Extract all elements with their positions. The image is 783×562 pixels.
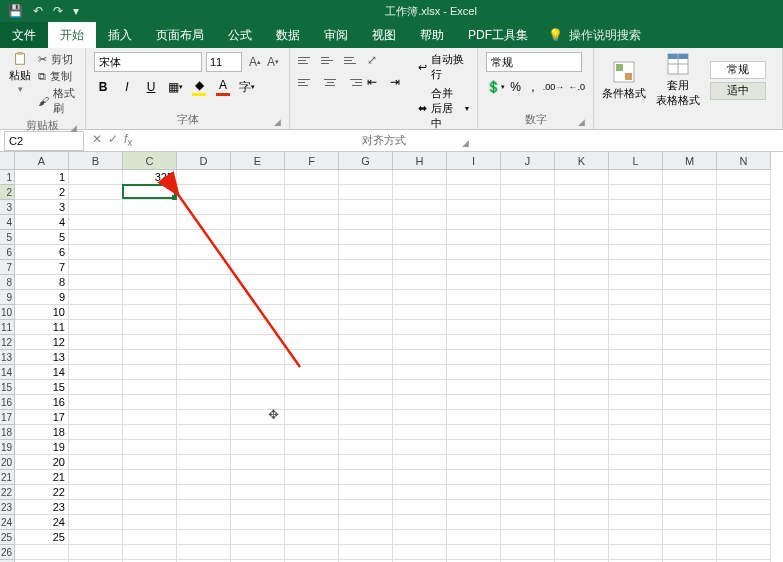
cell[interactable] xyxy=(393,185,447,200)
cell[interactable] xyxy=(177,215,231,230)
cell[interactable] xyxy=(177,290,231,305)
cell[interactable] xyxy=(501,305,555,320)
cell[interactable] xyxy=(393,485,447,500)
cell[interactable] xyxy=(717,350,771,365)
cell[interactable] xyxy=(123,275,177,290)
cell[interactable] xyxy=(609,200,663,215)
cell[interactable] xyxy=(285,260,339,275)
cell[interactable] xyxy=(285,380,339,395)
wrap-text-button[interactable]: ↩自动换行 xyxy=(418,52,469,82)
cell[interactable] xyxy=(717,245,771,260)
cell[interactable] xyxy=(231,200,285,215)
cell[interactable] xyxy=(447,440,501,455)
cell[interactable] xyxy=(663,440,717,455)
cell[interactable] xyxy=(717,215,771,230)
decrease-indent-button[interactable]: ⇤ xyxy=(367,74,385,90)
cell[interactable] xyxy=(555,410,609,425)
cell[interactable] xyxy=(231,335,285,350)
cell[interactable] xyxy=(717,185,771,200)
accounting-format-button[interactable]: 💲▾ xyxy=(486,78,504,96)
row-header[interactable]: 15 xyxy=(0,380,15,395)
cell[interactable] xyxy=(501,170,555,185)
cell[interactable] xyxy=(69,230,123,245)
cell[interactable] xyxy=(231,455,285,470)
cell[interactable] xyxy=(339,500,393,515)
cell[interactable] xyxy=(177,275,231,290)
cell[interactable] xyxy=(177,485,231,500)
cell[interactable] xyxy=(123,305,177,320)
cell[interactable] xyxy=(393,305,447,320)
column-header[interactable]: G xyxy=(339,152,393,170)
cell[interactable] xyxy=(501,455,555,470)
cell[interactable] xyxy=(339,260,393,275)
cell[interactable] xyxy=(339,350,393,365)
cell[interactable] xyxy=(609,350,663,365)
row-header[interactable]: 18 xyxy=(0,425,15,440)
align-right-button[interactable] xyxy=(344,74,362,90)
cell[interactable] xyxy=(285,500,339,515)
cell[interactable] xyxy=(123,215,177,230)
cell[interactable] xyxy=(123,410,177,425)
cell[interactable] xyxy=(663,515,717,530)
cell[interactable] xyxy=(339,185,393,200)
cell[interactable] xyxy=(231,170,285,185)
cell[interactable] xyxy=(717,485,771,500)
cell[interactable] xyxy=(177,320,231,335)
cell[interactable]: 3 xyxy=(15,200,69,215)
cell[interactable] xyxy=(393,230,447,245)
increase-indent-button[interactable]: ⇥ xyxy=(390,74,408,90)
cell[interactable]: 5 xyxy=(15,230,69,245)
cell[interactable] xyxy=(663,455,717,470)
row-header[interactable]: 26 xyxy=(0,545,15,560)
cell[interactable] xyxy=(501,290,555,305)
fill-color-button[interactable]: ◆ xyxy=(190,78,208,96)
cell[interactable] xyxy=(555,185,609,200)
cell[interactable] xyxy=(555,500,609,515)
cell[interactable]: 24 xyxy=(15,515,69,530)
cell[interactable] xyxy=(177,200,231,215)
cell[interactable] xyxy=(447,545,501,560)
column-header[interactable]: C xyxy=(123,152,177,170)
cell[interactable] xyxy=(69,455,123,470)
cell[interactable] xyxy=(447,230,501,245)
cell[interactable] xyxy=(663,485,717,500)
cell[interactable] xyxy=(231,305,285,320)
cell[interactable] xyxy=(285,440,339,455)
cell[interactable] xyxy=(69,275,123,290)
cell[interactable] xyxy=(285,215,339,230)
cell[interactable] xyxy=(717,170,771,185)
align-bottom-button[interactable] xyxy=(344,52,362,68)
cell[interactable] xyxy=(69,365,123,380)
cell[interactable]: 20 xyxy=(15,455,69,470)
cell[interactable] xyxy=(123,470,177,485)
cell[interactable] xyxy=(231,245,285,260)
cell[interactable] xyxy=(285,365,339,380)
cell[interactable] xyxy=(123,425,177,440)
cell[interactable] xyxy=(717,230,771,245)
decrease-font-size-button[interactable]: A▾ xyxy=(264,52,282,72)
cell[interactable] xyxy=(69,170,123,185)
cell[interactable] xyxy=(609,455,663,470)
cell[interactable] xyxy=(69,350,123,365)
cell[interactable] xyxy=(609,380,663,395)
cell[interactable] xyxy=(285,410,339,425)
cell[interactable] xyxy=(555,320,609,335)
cell[interactable]: 21 xyxy=(15,470,69,485)
cell[interactable] xyxy=(555,365,609,380)
row-header[interactable]: 12 xyxy=(0,335,15,350)
cell[interactable] xyxy=(15,545,69,560)
align-middle-button[interactable] xyxy=(321,52,339,68)
font-color-button[interactable]: A xyxy=(214,78,232,96)
cell[interactable] xyxy=(231,185,285,200)
cell[interactable] xyxy=(717,260,771,275)
cell[interactable] xyxy=(555,260,609,275)
cell[interactable] xyxy=(609,215,663,230)
cell[interactable] xyxy=(663,470,717,485)
cell[interactable] xyxy=(177,230,231,245)
cell[interactable] xyxy=(447,245,501,260)
cell[interactable] xyxy=(555,215,609,230)
cell[interactable] xyxy=(609,485,663,500)
column-header[interactable]: B xyxy=(69,152,123,170)
cell[interactable] xyxy=(123,395,177,410)
cell[interactable] xyxy=(69,290,123,305)
